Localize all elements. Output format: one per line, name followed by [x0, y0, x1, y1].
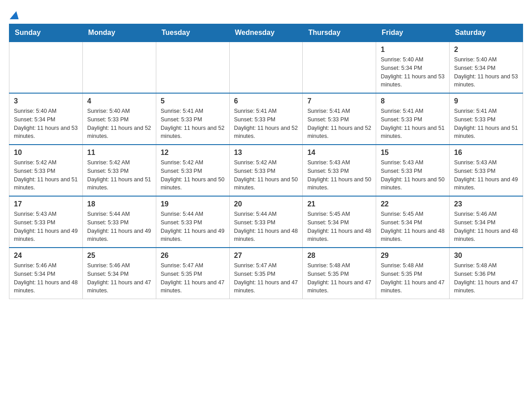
day-number: 4 — [87, 97, 151, 105]
calendar-day-cell: 25Sunrise: 5:46 AM Sunset: 5:34 PM Dayli… — [82, 248, 156, 299]
day-info: Sunrise: 5:40 AM Sunset: 5:34 PM Dayligh… — [381, 56, 445, 89]
weekday-header-sunday: Sunday — [9, 24, 83, 42]
calendar-day-cell — [156, 42, 229, 93]
calendar-week-row: 3Sunrise: 5:40 AM Sunset: 5:34 PM Daylig… — [9, 93, 523, 145]
calendar-day-cell: 7Sunrise: 5:41 AM Sunset: 5:33 PM Daylig… — [303, 93, 376, 145]
day-number: 18 — [87, 200, 151, 208]
day-number: 11 — [87, 149, 151, 157]
day-number: 8 — [381, 97, 445, 105]
weekday-header-saturday: Saturday — [450, 24, 523, 42]
day-info: Sunrise: 5:43 AM Sunset: 5:33 PM Dayligh… — [381, 158, 445, 192]
day-info: Sunrise: 5:41 AM Sunset: 5:33 PM Dayligh… — [161, 107, 225, 141]
calendar-week-row: 10Sunrise: 5:42 AM Sunset: 5:33 PM Dayli… — [9, 145, 523, 196]
calendar-day-cell: 5Sunrise: 5:41 AM Sunset: 5:33 PM Daylig… — [156, 93, 229, 145]
day-number: 21 — [307, 200, 371, 208]
weekday-header-wednesday: Wednesday — [229, 24, 303, 42]
day-number: 16 — [454, 149, 518, 157]
day-number: 1 — [381, 46, 445, 54]
day-number: 24 — [14, 252, 78, 260]
calendar-day-cell: 1Sunrise: 5:40 AM Sunset: 5:34 PM Daylig… — [376, 42, 450, 93]
calendar-day-cell — [229, 42, 303, 93]
day-info: Sunrise: 5:44 AM Sunset: 5:33 PM Dayligh… — [161, 210, 225, 244]
calendar-day-cell: 11Sunrise: 5:42 AM Sunset: 5:33 PM Dayli… — [82, 145, 156, 196]
calendar-day-cell: 9Sunrise: 5:41 AM Sunset: 5:33 PM Daylig… — [450, 93, 523, 145]
calendar-day-cell: 4Sunrise: 5:40 AM Sunset: 5:33 PM Daylig… — [82, 93, 156, 145]
day-info: Sunrise: 5:40 AM Sunset: 5:34 PM Dayligh… — [454, 56, 518, 89]
day-number: 6 — [234, 97, 298, 105]
day-number: 14 — [307, 149, 371, 157]
calendar-day-cell: 14Sunrise: 5:43 AM Sunset: 5:33 PM Dayli… — [303, 145, 376, 196]
calendar-day-cell: 2Sunrise: 5:40 AM Sunset: 5:34 PM Daylig… — [450, 42, 523, 93]
day-info: Sunrise: 5:46 AM Sunset: 5:34 PM Dayligh… — [454, 210, 518, 244]
page-header — [9, 9, 523, 19]
calendar-day-cell: 6Sunrise: 5:41 AM Sunset: 5:33 PM Daylig… — [229, 93, 303, 145]
calendar-table: SundayMondayTuesdayWednesdayThursdayFrid… — [9, 24, 523, 299]
day-info: Sunrise: 5:42 AM Sunset: 5:33 PM Dayligh… — [161, 158, 225, 192]
day-number: 13 — [234, 149, 298, 157]
day-info: Sunrise: 5:40 AM Sunset: 5:34 PM Dayligh… — [14, 107, 78, 141]
day-number: 3 — [14, 97, 78, 105]
logo — [9, 11, 20, 19]
day-info: Sunrise: 5:40 AM Sunset: 5:33 PM Dayligh… — [87, 107, 151, 141]
day-info: Sunrise: 5:45 AM Sunset: 5:34 PM Dayligh… — [307, 210, 371, 244]
day-number: 26 — [161, 252, 225, 260]
weekday-header-friday: Friday — [376, 24, 450, 42]
day-number: 29 — [381, 252, 445, 260]
day-info: Sunrise: 5:42 AM Sunset: 5:33 PM Dayligh… — [87, 158, 151, 192]
calendar-week-row: 24Sunrise: 5:46 AM Sunset: 5:34 PM Dayli… — [9, 248, 523, 299]
calendar-day-cell: 8Sunrise: 5:41 AM Sunset: 5:33 PM Daylig… — [376, 93, 450, 145]
calendar-day-cell — [303, 42, 376, 93]
day-info: Sunrise: 5:43 AM Sunset: 5:33 PM Dayligh… — [14, 210, 78, 244]
day-info: Sunrise: 5:41 AM Sunset: 5:33 PM Dayligh… — [234, 107, 298, 141]
day-info: Sunrise: 5:42 AM Sunset: 5:33 PM Dayligh… — [14, 158, 78, 192]
calendar-day-cell: 12Sunrise: 5:42 AM Sunset: 5:33 PM Dayli… — [156, 145, 229, 196]
day-info: Sunrise: 5:44 AM Sunset: 5:33 PM Dayligh… — [234, 210, 298, 244]
calendar-day-cell: 15Sunrise: 5:43 AM Sunset: 5:33 PM Dayli… — [376, 145, 450, 196]
day-info: Sunrise: 5:47 AM Sunset: 5:35 PM Dayligh… — [234, 261, 298, 295]
day-number: 30 — [454, 252, 518, 260]
day-number: 27 — [234, 252, 298, 260]
calendar-day-cell: 19Sunrise: 5:44 AM Sunset: 5:33 PM Dayli… — [156, 196, 229, 248]
calendar-day-cell: 16Sunrise: 5:43 AM Sunset: 5:33 PM Dayli… — [450, 145, 523, 196]
day-info: Sunrise: 5:45 AM Sunset: 5:34 PM Dayligh… — [381, 210, 445, 244]
day-number: 23 — [454, 200, 518, 208]
calendar-day-cell — [9, 42, 83, 93]
day-number: 7 — [307, 97, 371, 105]
day-info: Sunrise: 5:43 AM Sunset: 5:33 PM Dayligh… — [454, 158, 518, 192]
day-number: 19 — [161, 200, 225, 208]
day-number: 17 — [14, 200, 78, 208]
day-number: 12 — [161, 149, 225, 157]
calendar-week-row: 17Sunrise: 5:43 AM Sunset: 5:33 PM Dayli… — [9, 196, 523, 248]
calendar-day-cell: 13Sunrise: 5:42 AM Sunset: 5:33 PM Dayli… — [229, 145, 303, 196]
calendar-day-cell: 24Sunrise: 5:46 AM Sunset: 5:34 PM Dayli… — [9, 248, 83, 299]
day-number: 20 — [234, 200, 298, 208]
weekday-header-tuesday: Tuesday — [156, 24, 229, 42]
day-info: Sunrise: 5:42 AM Sunset: 5:33 PM Dayligh… — [234, 158, 298, 192]
calendar-week-row: 1Sunrise: 5:40 AM Sunset: 5:34 PM Daylig… — [9, 42, 523, 93]
day-info: Sunrise: 5:46 AM Sunset: 5:34 PM Dayligh… — [87, 261, 151, 295]
day-info: Sunrise: 5:41 AM Sunset: 5:33 PM Dayligh… — [454, 107, 518, 141]
day-info: Sunrise: 5:41 AM Sunset: 5:33 PM Dayligh… — [307, 107, 371, 141]
calendar-day-cell: 27Sunrise: 5:47 AM Sunset: 5:35 PM Dayli… — [229, 248, 303, 299]
day-info: Sunrise: 5:48 AM Sunset: 5:35 PM Dayligh… — [307, 261, 371, 295]
calendar-header-row: SundayMondayTuesdayWednesdayThursdayFrid… — [9, 24, 523, 42]
day-info: Sunrise: 5:47 AM Sunset: 5:35 PM Dayligh… — [161, 261, 225, 295]
day-number: 15 — [381, 149, 445, 157]
calendar-day-cell: 21Sunrise: 5:45 AM Sunset: 5:34 PM Dayli… — [303, 196, 376, 248]
day-number: 5 — [161, 97, 225, 105]
calendar-day-cell: 22Sunrise: 5:45 AM Sunset: 5:34 PM Dayli… — [376, 196, 450, 248]
day-number: 9 — [454, 97, 518, 105]
calendar-day-cell: 28Sunrise: 5:48 AM Sunset: 5:35 PM Dayli… — [303, 248, 376, 299]
day-info: Sunrise: 5:48 AM Sunset: 5:35 PM Dayligh… — [381, 261, 445, 295]
day-info: Sunrise: 5:44 AM Sunset: 5:33 PM Dayligh… — [87, 210, 151, 244]
day-number: 22 — [381, 200, 445, 208]
calendar-day-cell — [82, 42, 156, 93]
day-number: 10 — [14, 149, 78, 157]
day-number: 25 — [87, 252, 151, 260]
calendar-day-cell: 23Sunrise: 5:46 AM Sunset: 5:34 PM Dayli… — [450, 196, 523, 248]
day-info: Sunrise: 5:41 AM Sunset: 5:33 PM Dayligh… — [381, 107, 445, 141]
day-number: 2 — [454, 46, 518, 54]
calendar-day-cell: 17Sunrise: 5:43 AM Sunset: 5:33 PM Dayli… — [9, 196, 83, 248]
day-number: 28 — [307, 252, 371, 260]
calendar-day-cell: 26Sunrise: 5:47 AM Sunset: 5:35 PM Dayli… — [156, 248, 229, 299]
